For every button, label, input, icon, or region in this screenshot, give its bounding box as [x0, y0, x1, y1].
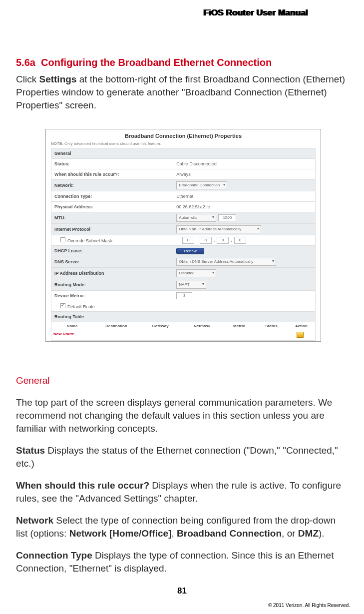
routing-mode-dropdown[interactable]: NAPT: [176, 281, 206, 289]
status-label: Status:: [51, 160, 173, 168]
p-network-t4: ).: [319, 528, 325, 539]
row-device-metric: Device Metric: 3: [51, 291, 315, 301]
renew-button[interactable]: Renew: [176, 248, 204, 254]
intro-pre: Click: [16, 74, 39, 84]
p-status-t: Displays the status of the Ethernet conn…: [16, 445, 338, 469]
row-default-route: Default Route: [51, 301, 315, 312]
subnet-ip-2[interactable]: 0: [217, 237, 229, 244]
p-network: Network Select the type of connection be…: [16, 514, 348, 540]
header-title: FiOS Router User Manual: [203, 8, 308, 18]
subnet-ip-3[interactable]: 0: [234, 237, 246, 244]
subnet-ip-1[interactable]: 0: [200, 237, 212, 244]
p-network-b2: Network [Home/Office]: [69, 528, 172, 539]
p-ctype-b: Connection Type: [16, 550, 92, 561]
row-routing-mode: Routing Mode: NAPT: [51, 279, 315, 291]
col-destination: Destination: [93, 322, 140, 330]
new-route-link[interactable]: New Route: [51, 330, 286, 340]
phys-addr-value: 00:26:62:5f:a2:fe: [173, 203, 315, 211]
p-status-b: Status: [16, 445, 45, 456]
row-dhcp-lease: DHCP Lease: Renew: [51, 246, 315, 256]
intro-paragraph: Click Settings at the bottom-right of th…: [16, 73, 348, 112]
new-route-row: New Route: [51, 330, 315, 341]
col-metric: Metric: [223, 322, 256, 330]
row-subnet: Override Subnet Mask: 0. 0. 0. 0: [51, 235, 315, 246]
mtu-input[interactable]: 1500: [218, 214, 236, 221]
row-phys-addr: Physical Address: 00:26:62:5f:a2:fe: [51, 202, 315, 212]
dns-label: DNS Server: [51, 258, 173, 266]
mtu-dropdown[interactable]: Automatic: [176, 214, 216, 222]
row-inet-proto: Internet Protocol Obtain an IP Address A…: [51, 224, 315, 235]
row-network: Network: Broadband Connection: [51, 180, 315, 191]
p-general-desc: The top part of the screen displays gene…: [16, 396, 348, 435]
routing-table-header: Name Destination Gateway Netmask Metric …: [51, 322, 315, 330]
lower-text: General The top part of the screen displ…: [16, 374, 348, 584]
intro-bold-settings: Settings: [39, 74, 76, 84]
default-route-cell: Default Route: [51, 302, 179, 311]
section-general: General: [51, 148, 315, 159]
p-network-b3: Broadband Connection: [177, 528, 282, 539]
page-number: 81: [0, 586, 364, 596]
conn-type-value: Ethernet: [173, 192, 315, 200]
conn-type-label: Connection Type:: [51, 192, 173, 200]
p-rule-b: When should this rule occur?: [16, 480, 149, 491]
section-heading: Configuring the Broadband Ethernet Conne…: [41, 57, 272, 68]
row-mtu: MTU: Automatic 1500: [51, 212, 315, 224]
phys-addr-label: Physical Address:: [51, 203, 173, 211]
inet-proto-label: Internet Protocol: [51, 225, 173, 233]
copyright: © 2011 Verizon. All Rights Reserved.: [268, 603, 350, 608]
subhead-general: General: [16, 374, 348, 387]
col-status: Status: [255, 322, 288, 330]
network-dropdown[interactable]: Broadband Connection: [176, 181, 227, 189]
row-dns: DNS Server Obtain DNS Server Address Aut…: [51, 256, 315, 268]
p-network-b4: DMZ: [298, 528, 319, 539]
dialog-note: NOTE: Only advanced technical users shou…: [46, 141, 321, 148]
dhcp-lease-label: DHCP Lease:: [51, 247, 173, 255]
col-netmask: Netmask: [181, 322, 223, 330]
p-network-b1: Network: [16, 515, 53, 526]
p-rule: When should this rule occur? Displays wh…: [16, 479, 348, 505]
p-network-t3: , or: [282, 528, 298, 539]
subnet-cell: Override Subnet Mask:: [51, 236, 179, 245]
subnet-ip: 0. 0. 0. 0: [179, 235, 315, 245]
section-title: 5.6a Configuring the Broadband Ethernet …: [16, 57, 348, 68]
dns-dropdown[interactable]: Obtain DNS Server Address Automatically: [176, 258, 276, 266]
dialog-title: Broadband Connection (Ethernet) Properti…: [46, 129, 321, 141]
note-label: NOTE:: [51, 141, 63, 146]
ip-dist-dropdown[interactable]: Disabled: [176, 269, 216, 277]
device-metric-label: Device Metric:: [51, 292, 173, 300]
subnet-label: Override Subnet Mask:: [67, 238, 113, 243]
row-conn-type: Connection Type: Ethernet: [51, 191, 315, 202]
device-metric-input[interactable]: 3: [176, 292, 192, 299]
subnet-checkbox[interactable]: [60, 237, 65, 242]
section-general-label: General: [51, 149, 173, 157]
status-value: Cable Disconnected: [173, 160, 315, 168]
col-name: Name: [51, 322, 93, 330]
add-route-icon[interactable]: [297, 332, 304, 338]
row-status: Status: Cable Disconnected: [51, 159, 315, 169]
ip-dist-label: IP Address Distribution: [51, 269, 173, 277]
p-network-t2: ,: [171, 528, 177, 539]
mtu-label: MTU:: [51, 214, 173, 222]
inet-proto-dropdown[interactable]: Obtain an IP Address Automatically: [176, 225, 261, 233]
properties-table: General Status: Cable Disconnected When …: [51, 148, 316, 342]
p-conn-type: Connection Type Displays the type of con…: [16, 549, 348, 575]
row-rule-occur: When should this rule occur?: Always: [51, 169, 315, 180]
section-number: 5.6a: [16, 57, 35, 68]
col-gateway: Gateway: [139, 322, 181, 330]
row-firewall: Internet Connection Firewall Enabled: [51, 341, 315, 342]
note-text: Only advanced technical users should use…: [63, 141, 161, 146]
network-label: Network:: [51, 181, 173, 189]
subnet-ip-0[interactable]: 0: [182, 237, 194, 244]
properties-screenshot: Broadband Connection (Ethernet) Properti…: [45, 129, 321, 342]
section-routing-table: Routing Table: [51, 312, 315, 322]
default-route-checkbox[interactable]: [60, 303, 65, 308]
rule-occur-value: Always: [173, 170, 315, 178]
default-route-label: Default Route: [67, 304, 95, 309]
rule-occur-label: When should this rule occur?:: [51, 170, 173, 178]
routing-table-label: Routing Table: [51, 313, 173, 321]
p-status: Status Displays the status of the Ethern…: [16, 444, 348, 470]
routing-mode-label: Routing Mode:: [51, 281, 173, 289]
row-ip-dist: IP Address Distribution Disabled: [51, 268, 315, 279]
col-action: Action: [288, 322, 315, 330]
